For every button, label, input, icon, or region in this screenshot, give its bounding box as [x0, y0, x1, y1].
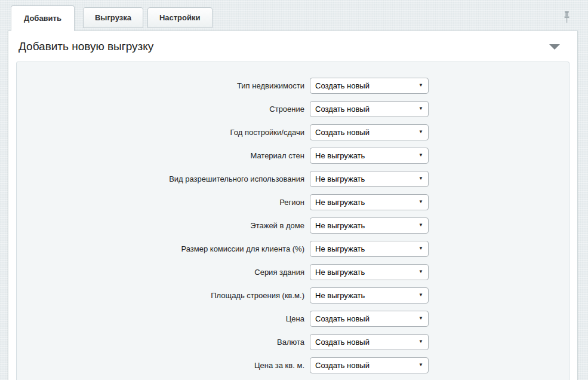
- tab-upload[interactable]: Выгрузка: [83, 7, 143, 28]
- form-row: Год постройки/сдачи Создать новый ▼: [17, 124, 569, 140]
- field-label: Год постройки/сдачи: [17, 128, 304, 137]
- tab-add[interactable]: Добавить: [11, 5, 75, 31]
- form-row: Тип недвижимости Создать новый ▼: [17, 78, 569, 94]
- tab-settings[interactable]: Настройки: [147, 7, 213, 28]
- select-price[interactable]: Создать новый: [310, 311, 429, 327]
- select-building-series[interactable]: Не выгружать: [310, 264, 429, 280]
- select-price-per-sqm[interactable]: Создать новый: [310, 357, 429, 373]
- form-row: Серия здания Не выгружать ▼: [17, 264, 569, 280]
- form-row: Этажей в доме Не выгружать ▼: [17, 217, 569, 234]
- select-wrap: Создать новый ▼: [310, 334, 429, 350]
- collapse-arrow-icon[interactable]: [549, 44, 560, 50]
- select-currency[interactable]: Создать новый: [310, 334, 429, 350]
- select-wrap: Создать новый ▼: [310, 78, 429, 94]
- field-label: Этажей в доме: [17, 221, 304, 230]
- page-title: Добавить новую выгрузку: [19, 40, 153, 53]
- select-wrap: Создать новый ▼: [310, 357, 429, 373]
- form-row: Размер комиссии для клиента (%) Не выгру…: [17, 241, 569, 257]
- content-panel: Добавить новую выгрузку Тип недвижимости…: [8, 30, 578, 380]
- form-row: Материал стен Не выгружать ▼: [17, 148, 569, 164]
- form-row: Строение Создать новый ▼: [17, 101, 569, 117]
- select-wrap: Создать новый ▼: [310, 101, 429, 117]
- select-wrap: Не выгружать ▼: [310, 194, 429, 210]
- select-year-built[interactable]: Создать новый: [310, 124, 429, 140]
- select-wrap: Не выгружать ▼: [310, 148, 429, 164]
- field-label: Серия здания: [17, 268, 304, 277]
- field-label: Регион: [17, 198, 304, 207]
- select-building-area[interactable]: Не выгружать: [310, 287, 429, 304]
- select-wrap: Не выгружать ▼: [310, 171, 429, 187]
- form-row: Вид разрешительного использования Не выг…: [17, 171, 569, 187]
- form-row: Цена Создать новый ▼: [17, 311, 569, 327]
- field-label: Вид разрешительного использования: [17, 174, 304, 183]
- field-label: Площадь строения (кв.м.): [17, 291, 304, 300]
- form-row: Валюта Создать новый ▼: [17, 334, 569, 350]
- form-row: Площадь строения (кв.м.) Не выгружать ▼: [17, 287, 569, 304]
- field-label: Размер комиссии для клиента (%): [17, 244, 304, 253]
- select-wrap: Не выгружать ▼: [310, 241, 429, 257]
- select-wrap: Создать новый ▼: [310, 124, 429, 140]
- select-building[interactable]: Создать новый: [310, 101, 429, 117]
- panel-header: Добавить новую выгрузку: [8, 31, 577, 62]
- select-client-commission[interactable]: Не выгружать: [310, 241, 429, 257]
- select-region[interactable]: Не выгружать: [310, 194, 429, 210]
- form-row: Цена за кв. м. Создать новый ▼: [17, 357, 569, 373]
- select-wrap: Не выгружать ▼: [310, 287, 429, 304]
- select-floors-in-building[interactable]: Не выгружать: [310, 217, 429, 234]
- field-label: Валюта: [17, 338, 304, 347]
- tab-bar: Добавить Выгрузка Настройки: [0, 0, 588, 30]
- select-wrap: Не выгружать ▼: [310, 264, 429, 280]
- field-label: Тип недвижимости: [17, 81, 304, 90]
- field-label: Материал стен: [17, 151, 304, 160]
- select-wall-material[interactable]: Не выгружать: [310, 148, 429, 164]
- pushpin-icon[interactable]: [563, 11, 571, 25]
- form-row: Регион Не выгружать ▼: [17, 194, 569, 210]
- select-property-type[interactable]: Создать новый: [310, 78, 429, 94]
- select-wrap: Не выгружать ▼: [310, 217, 429, 234]
- select-wrap: Создать новый ▼: [310, 311, 429, 327]
- field-label: Цена: [17, 314, 304, 323]
- form-container: Тип недвижимости Создать новый ▼ Строени…: [16, 62, 569, 380]
- field-label: Цена за кв. м.: [17, 361, 304, 370]
- field-label: Строение: [17, 105, 304, 114]
- select-permitted-use[interactable]: Не выгружать: [310, 171, 429, 187]
